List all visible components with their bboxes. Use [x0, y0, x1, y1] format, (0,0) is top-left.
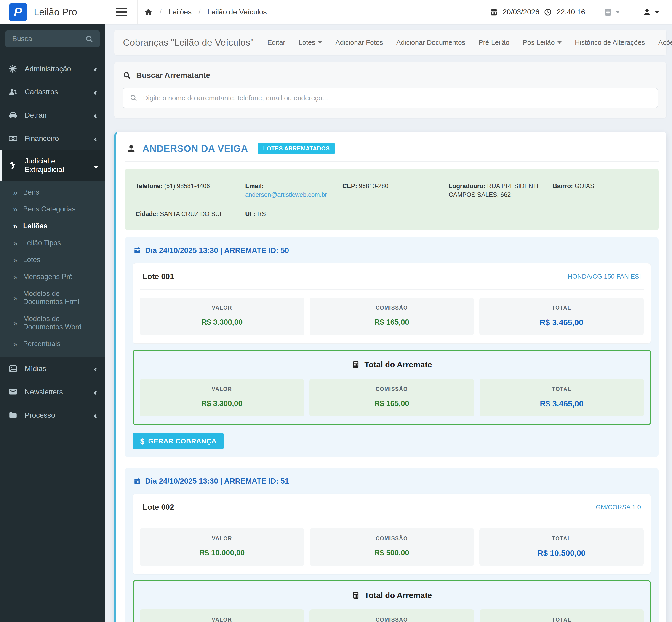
page-header-card: Cobranças "Leilão de Veículos" Editar Lo… — [114, 30, 666, 55]
search-icon — [123, 71, 131, 80]
chevron-left-icon — [94, 65, 97, 73]
total-arremate-title: Total do Arremate — [364, 591, 432, 600]
menu-pos-leilao-dropdown[interactable]: Pós Leilão — [523, 39, 562, 46]
envelope-icon — [8, 387, 18, 396]
submenu-item-mensagens-pre[interactable]: » Mensagens Pré — [0, 268, 105, 285]
arremate-header: Dia 24/10/2025 13:30 | ARREMATE ID: 50 — [145, 246, 289, 255]
total-box: TOTAL R$ 3.465,00 — [480, 379, 644, 416]
search-icon — [129, 94, 137, 102]
menu-adicionar-fotos[interactable]: Adicionar Fotos — [335, 39, 383, 46]
sidebar-item-midias[interactable]: Mídias — [0, 357, 105, 380]
submenu-item-bens-categorias[interactable]: » Bens Categorias — [0, 201, 105, 218]
submenu-item-leiloes[interactable]: » Leilões — [0, 218, 105, 235]
sidebar-toggle-button[interactable] — [112, 5, 131, 20]
comissao-box: COMISSÃO R$ 165,00 — [310, 298, 474, 335]
sidebar-item-label: Processo — [25, 411, 55, 419]
app-name: Leilão Pro — [34, 7, 77, 18]
chevron-left-icon — [94, 388, 97, 396]
car-icon — [8, 110, 18, 120]
page-menu: Editar Lotes Adicionar Fotos Adicionar D… — [267, 39, 672, 46]
judicial-submenu: » Bens » Bens Categorias » Leilões » Lei… — [0, 181, 105, 357]
submenu-item-bens[interactable]: » Bens — [0, 184, 105, 201]
menu-adicionar-documentos[interactable]: Adicionar Documentos — [396, 39, 466, 46]
current-time: 22:40:16 — [556, 8, 585, 16]
double-chevron-icon: » — [13, 256, 18, 264]
submenu-item-leilao-tipos[interactable]: » Leilão Tipos — [0, 235, 105, 251]
folder-icon — [8, 410, 18, 420]
valor-value: R$ 10.000,00 — [145, 549, 300, 557]
submenu-item-label: Leilão Tipos — [23, 239, 61, 247]
double-chevron-icon: » — [13, 222, 18, 230]
email-link[interactable]: anderson@artisticweb.com.br — [245, 192, 327, 198]
sidebar-item-newsletters[interactable]: Newsletters — [0, 380, 105, 404]
menu-acoes-dropdown[interactable]: Ações — [658, 39, 672, 46]
gerar-cobranca-button[interactable]: $ GERAR COBRANÇA — [133, 433, 224, 449]
valor-box: VALOR R$ 3.300,00 — [140, 298, 304, 335]
arrematante-search-input[interactable] — [123, 88, 658, 108]
home-icon[interactable] — [144, 8, 153, 16]
submenu-item-lotes[interactable]: » Lotes — [0, 251, 105, 268]
sidebar-item-judicial-extrajudicial[interactable]: Judicial e Extrajudicial — [0, 150, 105, 181]
submenu-item-modelos-html[interactable]: » Modelos de Documentos Html — [0, 285, 105, 310]
calculator-icon — [352, 360, 360, 369]
menu-lotes-dropdown[interactable]: Lotes — [298, 39, 322, 46]
submenu-item-percentuais[interactable]: » Percentuais — [0, 336, 105, 352]
chevron-left-icon — [94, 111, 97, 119]
page-title: Cobranças "Leilão de Veículos" — [123, 37, 254, 48]
submenu-item-label: Leilões — [23, 222, 47, 230]
lote-vehicle-link[interactable]: GM/CORSA 1.0 — [596, 504, 641, 511]
menu-historico-alteracoes[interactable]: Histórico de Alterações — [575, 39, 645, 46]
sidebar-item-processo[interactable]: Processo — [0, 404, 105, 427]
sidebar-item-detran[interactable]: Detran — [0, 103, 105, 127]
bidder-info-box: Telefone: (51) 98581-4406 Email: anderso… — [125, 169, 659, 230]
comissao-value: R$ 500,00 — [314, 549, 470, 557]
divider — [631, 0, 631, 24]
valor-box: VALOR R$ 3.300,00 — [140, 379, 304, 416]
comissao-value: R$ 165,00 — [314, 318, 470, 326]
breadcrumb-leiloes[interactable]: Leilões — [168, 8, 192, 16]
search-icon[interactable] — [85, 35, 94, 43]
sidebar-item-administracao[interactable]: Administração — [0, 57, 105, 80]
chevron-down-icon — [557, 41, 562, 44]
clock-icon — [544, 8, 552, 16]
brand[interactable]: P Leilão Pro — [0, 0, 105, 24]
sidebar-item-label: Detran — [25, 111, 46, 119]
menu-editar[interactable]: Editar — [267, 39, 285, 46]
user-icon — [126, 143, 136, 154]
lotes-arrematados-badge: LOTES ARREMATADOS — [258, 143, 335, 154]
lote-card: Lote 001 HONDA/CG 150 FAN ESI VALOR R$ 3… — [133, 263, 651, 344]
plus-square-icon — [603, 7, 613, 17]
total-arremate-box: Total do Arremate VALOR R$ 3.300,00 COMI… — [133, 350, 651, 425]
chevron-down-icon — [318, 41, 322, 44]
double-chevron-icon: » — [13, 294, 18, 302]
total-value: R$ 10.500,00 — [484, 549, 639, 558]
total-box: TOTAL R$ 10.500,00 — [479, 528, 644, 566]
valor-box: VALOR R$ 10.000,00 — [140, 528, 304, 566]
info-bairro: Bairro: GOIÁS — [553, 182, 648, 199]
lote-title: Lote 001 — [142, 272, 174, 281]
quick-add-menu-button[interactable] — [599, 0, 624, 24]
gavel-icon — [8, 161, 18, 170]
calendar-icon — [490, 8, 498, 16]
sidebar-item-label: Mídias — [25, 365, 46, 373]
image-icon — [8, 364, 18, 373]
gears-icon — [8, 64, 18, 73]
lote-vehicle-link[interactable]: HONDA/CG 150 FAN ESI — [568, 273, 641, 280]
total-box: TOTAL R$ 3.465,00 — [479, 298, 644, 335]
menu-pre-leilao[interactable]: Pré Leilão — [479, 39, 510, 46]
sidebar-item-cadastros[interactable]: Cadastros — [0, 80, 105, 103]
submenu-item-label: Bens — [23, 188, 39, 196]
chevron-down-icon — [94, 161, 97, 170]
sidebar-item-financeiro[interactable]: Financeiro — [0, 127, 105, 150]
user-menu-button[interactable] — [638, 0, 663, 24]
double-chevron-icon: » — [13, 319, 18, 327]
calendar-icon — [133, 477, 141, 485]
lote-card: Lote 002 GM/CORSA 1.0 VALOR R$ 10.000,00… — [133, 494, 651, 574]
divider — [140, 520, 644, 520]
divider — [125, 161, 659, 162]
total-value: R$ 3.465,00 — [484, 318, 639, 327]
valor-value: R$ 3.300,00 — [144, 399, 299, 408]
bidder-name: ANDERSON DA VEIGA — [142, 143, 248, 154]
submenu-item-label: Modelos de Documentos Word — [23, 315, 97, 331]
submenu-item-modelos-word[interactable]: » Modelos de Documentos Word — [0, 310, 105, 336]
